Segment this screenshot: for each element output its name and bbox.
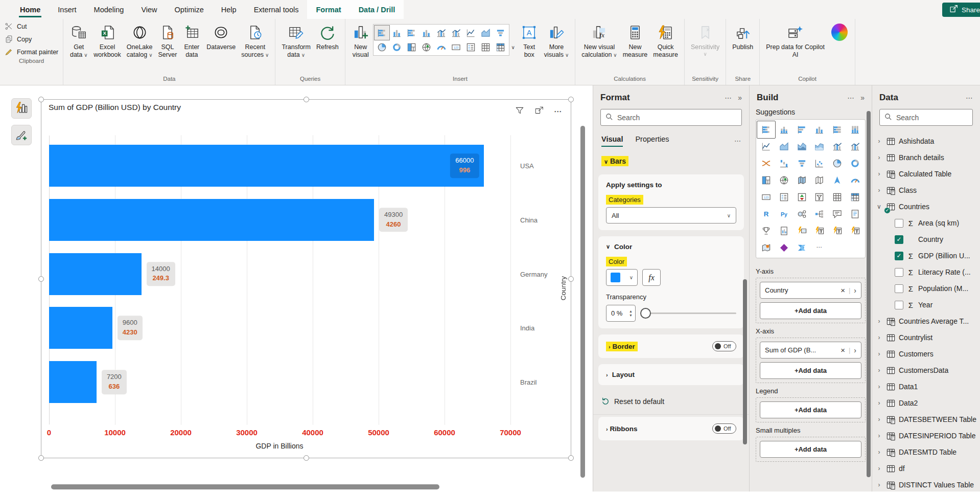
- ribbon-tab-help[interactable]: Help: [213, 0, 245, 19]
- table-data2[interactable]: › Data2: [875, 395, 980, 411]
- on-object-format-button[interactable]: [11, 125, 32, 145]
- field-options-chevron-icon[interactable]: ›: [854, 346, 856, 354]
- filled-map-chart-icon[interactable]: [793, 172, 811, 189]
- categories-dropdown[interactable]: All ∨: [606, 207, 736, 223]
- ribbon-tab-home[interactable]: Home: [11, 0, 49, 19]
- add-data-button[interactable]: +Add data: [760, 362, 861, 379]
- onelake-catalog-button[interactable]: OneLakecatalog∨: [124, 23, 155, 59]
- card-visual-icon[interactable]: 123: [757, 189, 775, 206]
- bar-india[interactable]: [49, 307, 112, 349]
- publish-button[interactable]: Publish: [730, 23, 756, 51]
- resize-handle-bottom-left[interactable]: [38, 455, 44, 461]
- ribbons-section-header[interactable]: › Ribbons: [606, 425, 637, 433]
- azure-map-chart-icon[interactable]: [828, 172, 846, 189]
- ribbon-tab-insert[interactable]: Insert: [49, 0, 85, 19]
- field-literacy-rate-[interactable]: Σ Literacy Rate (...: [875, 264, 980, 280]
- area-chart-icon[interactable]: [775, 138, 793, 155]
- shape-map-chart-icon[interactable]: [810, 172, 828, 189]
- chevron-right-icon[interactable]: ›: [875, 154, 883, 161]
- ribbon-tab-view[interactable]: View: [132, 0, 166, 19]
- hundred-stacked-area-chart-icon[interactable]: [810, 138, 828, 155]
- chevron-right-icon[interactable]: ›: [875, 138, 883, 145]
- qa-visual-icon[interactable]: [828, 206, 846, 222]
- table-visual-icon[interactable]: [478, 40, 493, 54]
- field-pill[interactable]: Sum of GDP (B... ×|›: [760, 342, 861, 359]
- border-section-header[interactable]: › Border: [606, 342, 638, 351]
- add-data-button[interactable]: +Add data: [760, 441, 861, 458]
- gauge-chart-icon[interactable]: [434, 40, 449, 54]
- field-checkbox[interactable]: [895, 219, 903, 228]
- chevron-right-icon[interactable]: ›: [875, 367, 883, 374]
- bar-germany[interactable]: [49, 253, 142, 295]
- table-df[interactable]: › df: [875, 460, 980, 477]
- resize-handle-mid-left[interactable]: [38, 276, 44, 282]
- focus-mode-icon[interactable]: [534, 106, 544, 117]
- text-box-button[interactable]: ATextbox: [518, 23, 541, 59]
- ribbon-tab-format[interactable]: Format: [307, 0, 349, 19]
- field-checkbox[interactable]: ✓: [895, 252, 903, 260]
- decomposition-tree-visual-icon[interactable]: [810, 206, 828, 222]
- gallery-expand-chevron-icon[interactable]: ∨: [509, 44, 517, 50]
- table-countries-average-t-[interactable]: › Countries Average T...: [875, 313, 980, 329]
- map-chart-icon[interactable]: [419, 40, 434, 54]
- table-datesbetween-table[interactable]: › DATESBETWEEN Table: [875, 411, 980, 428]
- data-search-input[interactable]: Search: [879, 109, 973, 126]
- line-chart-icon[interactable]: [463, 26, 478, 40]
- field-gdp-billion-u-[interactable]: ✓ Σ GDP (Billion U...: [875, 248, 980, 264]
- chevron-down-icon[interactable]: ∨: [875, 203, 883, 210]
- report-canvas[interactable]: Sum of GDP (Billion USD) by Country ⋯ 01…: [0, 85, 593, 491]
- bar-chart-visual[interactable]: Sum of GDP (Billion USD) by Country ⋯ 01…: [41, 99, 571, 458]
- reset-to-default-button[interactable]: Reset to default: [593, 391, 749, 411]
- table-branch-details[interactable]: › Branch details: [875, 149, 980, 166]
- bar-usa[interactable]: [49, 145, 484, 187]
- field-pill[interactable]: Country ×|›: [760, 282, 861, 299]
- excel-workbook-button[interactable]: XExcelworkbook: [91, 23, 124, 59]
- remove-field-icon[interactable]: ×: [841, 286, 845, 295]
- more-visuals-button[interactable]: Morevisuals∨: [542, 23, 572, 59]
- table-calculated-table[interactable]: › Calculated Table: [875, 166, 980, 182]
- multi-row-card-icon[interactable]: [463, 40, 478, 54]
- tab-visual[interactable]: Visual: [601, 135, 623, 147]
- chevron-right-icon[interactable]: ›: [875, 383, 883, 390]
- format-painter-button[interactable]: Format painter: [5, 48, 58, 56]
- pie-chart-icon[interactable]: [828, 155, 846, 172]
- button-slicer-visual-icon[interactable]: [810, 222, 828, 239]
- slicer-visual-icon[interactable]: [810, 189, 828, 206]
- bars-section-header[interactable]: ∨ Bars: [593, 147, 749, 172]
- table-ashishdata[interactable]: › Ashishdata: [875, 133, 980, 149]
- field-population-m-[interactable]: Σ Population (M...: [875, 280, 980, 297]
- table-visual-icon[interactable]: [828, 189, 846, 206]
- clustered-column-chart-icon[interactable]: [810, 121, 828, 138]
- resize-handle-top-left[interactable]: [38, 97, 44, 102]
- donut-chart-icon[interactable]: [846, 155, 864, 172]
- multi-row-card-icon[interactable]: [775, 189, 793, 206]
- color-picker-button[interactable]: ∨: [606, 269, 638, 286]
- card-visual-icon[interactable]: 123: [449, 40, 463, 54]
- stacked-area-chart-icon[interactable]: [793, 138, 811, 155]
- chevron-right-icon[interactable]: ›: [875, 449, 883, 456]
- clustered-column-chart-2-icon[interactable]: [419, 26, 434, 40]
- line-stacked-column-chart-icon[interactable]: [434, 26, 449, 40]
- r-script-visual-icon[interactable]: R: [757, 206, 775, 222]
- table-class[interactable]: › Class: [875, 182, 980, 198]
- transparency-slider[interactable]: [640, 308, 736, 319]
- field-well-y-axis[interactable]: Country ×|›+Add data: [756, 278, 866, 323]
- layout-section-header[interactable]: ›Layout: [606, 371, 736, 378]
- matrix-visual-icon[interactable]: [846, 189, 864, 206]
- clustered-bar-chart-icon[interactable]: [793, 121, 811, 138]
- copilot-button[interactable]: [828, 23, 851, 43]
- scatter-chart-icon[interactable]: [810, 155, 828, 172]
- field-well-small-multiples[interactable]: +Add data: [756, 437, 866, 462]
- line-clustered-column-chart-icon[interactable]: [449, 26, 463, 40]
- table-customersdata[interactable]: › CustomersData: [875, 362, 980, 378]
- ribbon-tab-optimize[interactable]: Optimize: [166, 0, 213, 19]
- chevron-right-icon[interactable]: ›: [875, 350, 883, 357]
- chevron-right-icon[interactable]: ›: [875, 481, 883, 488]
- bar-brazil[interactable]: [49, 361, 97, 403]
- power-automate-visual-icon[interactable]: [793, 239, 811, 256]
- pie-chart-icon[interactable]: [375, 40, 389, 54]
- color-section-header[interactable]: ∨Color: [606, 243, 736, 251]
- filter-icon[interactable]: [515, 106, 524, 117]
- new-card-visual-icon[interactable]: 123: [793, 222, 811, 239]
- field-well-x-axis[interactable]: Sum of GDP (B... ×|›+Add data: [756, 338, 866, 383]
